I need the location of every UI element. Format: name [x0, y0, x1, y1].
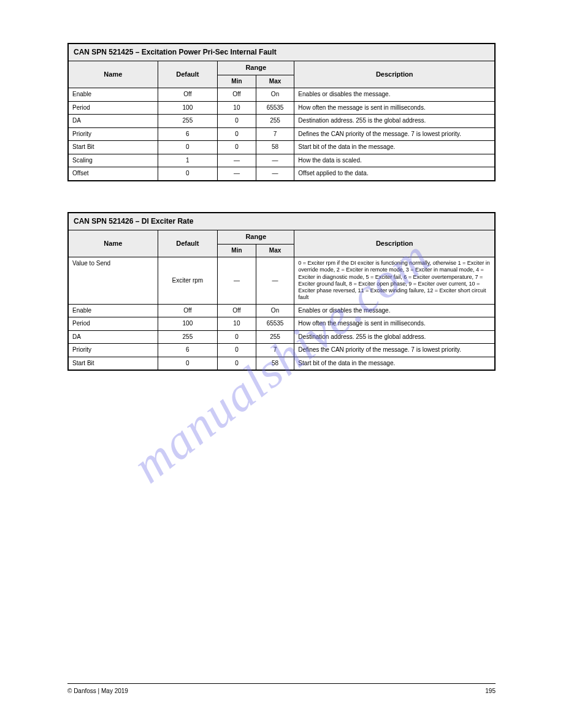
cell-name: DA [68, 115, 158, 128]
cell-min: 0 [218, 357, 256, 370]
table-row: Start Bit 0 0 58 Start bit of the data i… [68, 357, 495, 370]
cell-name: Start Bit [68, 141, 158, 154]
table1-header-row-1: Name Default Range Description [68, 61, 495, 75]
cell-desc: How often the message is sent in millise… [294, 101, 495, 115]
cell-desc: Defines the CAN priority of the message.… [294, 127, 495, 141]
cell-min: Off [218, 304, 256, 317]
cell-default: 100 [158, 317, 217, 331]
cell-min: — [218, 257, 256, 305]
cell-max: 255 [256, 115, 294, 128]
col-name: Name [68, 230, 158, 257]
cell-min: 0 [218, 330, 256, 344]
table-row: Period 100 10 65535 How often the messag… [68, 317, 495, 331]
col-min: Min [218, 244, 256, 257]
cell-max: 65535 [256, 317, 294, 331]
cell-default: 1 [158, 154, 217, 167]
cell-max: — [256, 167, 294, 181]
table1-title: CAN SPN 521425 – Excitation Power Pri-Se… [68, 44, 495, 61]
col-range: Range [218, 61, 294, 75]
cell-default: 255 [158, 330, 217, 344]
cell-max: 7 [256, 127, 294, 141]
cell-name: Offset [68, 167, 158, 181]
cell-name: Priority [68, 127, 158, 141]
cell-default: 0 [158, 357, 217, 370]
cell-name: Period [68, 101, 158, 115]
cell-max: 58 [256, 357, 294, 370]
cell-desc: Offset applied to the data. [294, 167, 495, 181]
table-row: Start Bit 0 0 58 Start bit of the data i… [68, 141, 495, 154]
cell-default: Exciter rpm [158, 257, 217, 305]
table1-title-row: CAN SPN 521425 – Excitation Power Pri-Se… [68, 44, 495, 61]
cell-max: 65535 [256, 101, 294, 115]
table-row: Period 100 10 65535 How often the messag… [68, 101, 495, 115]
cell-max: On [256, 88, 294, 102]
col-description: Description [294, 230, 495, 257]
col-description: Description [294, 61, 495, 88]
table-row: Priority 6 0 7 Defines the CAN priority … [68, 344, 495, 357]
table-row: Enable Off Off On Enables or disables th… [68, 88, 495, 102]
cell-min: 0 [218, 344, 256, 357]
col-default: Default [158, 230, 217, 257]
cell-desc: Enables or disables the message. [294, 88, 495, 102]
cell-min: 10 [218, 101, 256, 115]
cell-desc: Enables or disables the message. [294, 304, 495, 317]
table-row: Scaling 1 — — How the data is scaled. [68, 154, 495, 167]
cell-default: 0 [158, 167, 217, 181]
cell-desc: Start bit of the data in the message. [294, 141, 495, 154]
cell-default: 6 [158, 127, 217, 141]
cell-max: — [256, 257, 294, 305]
cell-name: Enable [68, 88, 158, 102]
cell-default: Off [158, 304, 217, 317]
table2-header-row-1: Name Default Range Description [68, 230, 495, 244]
col-range: Range [218, 230, 294, 244]
cell-min: — [218, 154, 256, 167]
cell-desc: Destination address. 255 is the global a… [294, 330, 495, 344]
cell-name: Start Bit [68, 357, 158, 370]
cell-max: 255 [256, 330, 294, 344]
cell-name: Value to Send [68, 257, 158, 305]
cell-desc: Start bit of the data in the message. [294, 357, 495, 370]
table-row: Enable Off Off On Enables or disables th… [68, 304, 495, 317]
cell-max: 7 [256, 344, 294, 357]
table-spn-521426: CAN SPN 521426 – DI Exciter Rate Name De… [67, 212, 496, 371]
cell-desc: Destination address. 255 is the global a… [294, 115, 495, 128]
table-row: Value to Send Exciter rpm — — 0 = Excite… [68, 257, 495, 305]
cell-desc: 0 = Exciter rpm if the DI exciter is fun… [294, 257, 495, 305]
cell-name: Period [68, 317, 158, 331]
table-spn-521425: CAN SPN 521425 – Excitation Power Pri-Se… [67, 43, 496, 181]
cell-default: 255 [158, 115, 217, 128]
cell-default: 100 [158, 101, 217, 115]
cell-default: Off [158, 88, 217, 102]
cell-min: 10 [218, 317, 256, 331]
page-footer: © Danfoss | May 2019 195 [67, 683, 496, 694]
table-row: DA 255 0 255 Destination address. 255 is… [68, 115, 495, 128]
cell-desc: How the data is scaled. [294, 154, 495, 167]
col-min: Min [218, 75, 256, 88]
cell-name: DA [68, 330, 158, 344]
table2-title: CAN SPN 521426 – DI Exciter Rate [68, 213, 495, 230]
cell-min: Off [218, 88, 256, 102]
cell-min: 0 [218, 127, 256, 141]
col-max: Max [256, 75, 294, 88]
table-row: Priority 6 0 7 Defines the CAN priority … [68, 127, 495, 141]
cell-name: Enable [68, 304, 158, 317]
cell-min: 0 [218, 115, 256, 128]
cell-name: Priority [68, 344, 158, 357]
col-name: Name [68, 61, 158, 88]
table-row: Offset 0 — — Offset applied to the data. [68, 167, 495, 181]
footer-right: 195 [485, 688, 496, 694]
table2-title-row: CAN SPN 521426 – DI Exciter Rate [68, 213, 495, 230]
cell-min: — [218, 167, 256, 181]
footer-left: © Danfoss | May 2019 [67, 688, 128, 694]
cell-max: 58 [256, 141, 294, 154]
cell-default: 6 [158, 344, 217, 357]
spacer [67, 181, 496, 212]
col-max: Max [256, 244, 294, 257]
col-default: Default [158, 61, 217, 88]
cell-max: — [256, 154, 294, 167]
cell-desc: Defines the CAN priority of the message.… [294, 344, 495, 357]
cell-max: On [256, 304, 294, 317]
cell-default: 0 [158, 141, 217, 154]
cell-name: Scaling [68, 154, 158, 167]
cell-min: 0 [218, 141, 256, 154]
